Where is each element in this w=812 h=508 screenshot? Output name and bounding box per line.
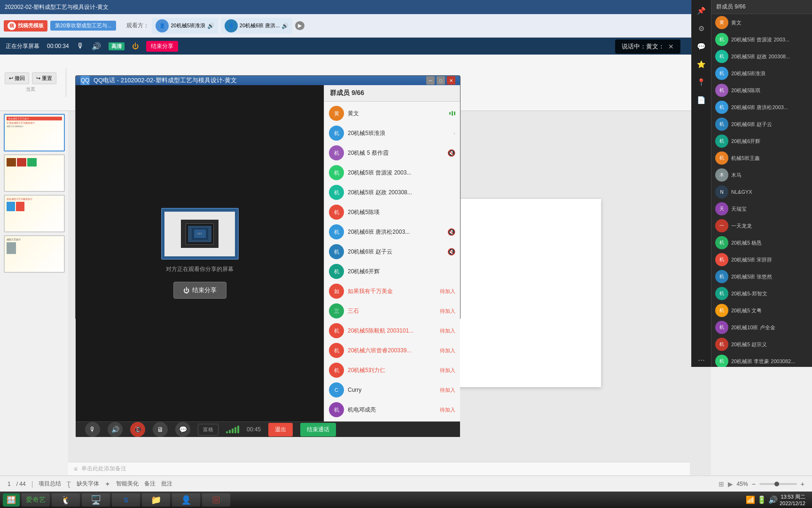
ors-avatar-4: 机 <box>715 67 728 80</box>
sidebar-icon-more[interactable]: ⋯ <box>695 353 709 367</box>
camera-btn[interactable]: 📵 <box>130 422 145 437</box>
sidebar-icon-chat[interactable]: 💬 <box>695 40 709 54</box>
ors-member-21[interactable]: 机 20机械班 李世豪 2003082... <box>711 353 812 367</box>
member-6[interactable]: 机 20机械5陈瑛 <box>324 202 460 222</box>
ors-member-2[interactable]: 机 20机械5班 曾源浚 2003... <box>711 31 812 48</box>
taskbar-sogou[interactable]: S <box>112 493 140 507</box>
ors-member-5[interactable]: 机 20机械5陈琪 <box>711 82 812 99</box>
beautify-btn[interactable]: 智能美化 <box>116 480 139 488</box>
taskbar-explorer[interactable]: 📁 <box>142 493 170 507</box>
ors-member-8[interactable]: 机 20机械6开辉 <box>711 133 812 150</box>
tray-battery-icon: 🔋 <box>757 495 766 504</box>
zoom-out-icon[interactable]: − <box>752 480 756 488</box>
top-toolbar: 稿 找稿壳模板 第20章吹塑成型工艺与... 观看方： 👤 20机械5班淮浪 🔊… <box>0 14 812 38</box>
ors-member-13[interactable]: 一 一天龙龙 <box>711 217 812 234</box>
ors-member-17[interactable]: 机 20机械5-郑智文 <box>711 285 812 302</box>
ors-member-16[interactable]: 机 20机械5班 张悠然 <box>711 268 812 285</box>
member-pending-2[interactable]: 三 三石 待加入 <box>324 301 460 321</box>
taskbar-monitor[interactable]: 🖥️ <box>82 493 110 507</box>
chapter-tab[interactable]: 第20章吹塑成型工艺与... <box>50 21 116 31</box>
speaking-bubble-close[interactable]: ✕ <box>668 43 674 50</box>
sidebar-icon-pin[interactable]: 📌 <box>695 4 709 18</box>
qq-minimize-btn[interactable]: ─ <box>426 76 435 85</box>
zoom-slider[interactable] <box>759 483 797 485</box>
member-4[interactable]: 机 20机械5班 曾源浚 2003... <box>324 163 460 183</box>
member-pending-1[interactable]: 如 如果我有千万美金 待加入 <box>324 281 460 301</box>
redo-btn[interactable]: ↪ 重置 <box>32 72 56 84</box>
member-pending-1-name: 如果我有千万美金 <box>348 287 436 295</box>
ors-member-7[interactable]: 机 20机械6班 赵子云 <box>711 116 812 133</box>
ors-member-12[interactable]: 天 天瑞宝 <box>711 200 812 217</box>
zoom-in-icon[interactable]: + <box>801 480 804 488</box>
viewer-1[interactable]: 👤 20机械5班淮浪 🔊 <box>152 18 218 34</box>
member-4-avatar: 机 <box>329 165 344 180</box>
ors-member-18[interactable]: 机 20机械5 文粤 <box>711 302 812 319</box>
member-pending-4[interactable]: 机 20机械六班曾睿200339... 待加入 <box>324 341 460 360</box>
sidebar-icon-location[interactable]: 📍 <box>695 75 709 89</box>
member-9[interactable]: 机 20机械6开辉 <box>324 262 460 281</box>
ors-member-19[interactable]: 机 20机械10班 卢全金 <box>711 319 812 336</box>
ors-member-1[interactable]: 黄 黄文 <box>711 14 812 31</box>
member-5[interactable]: 机 20机械5班 赵政 200308... <box>324 183 460 202</box>
sidebar-icon-doc[interactable]: 📄 <box>695 93 709 107</box>
zoom-slider-thumb[interactable] <box>774 482 779 486</box>
member-pending-6[interactable]: 机 机电邓成亮 待加入 <box>324 400 460 420</box>
qq-maximize-btn[interactable]: □ <box>437 76 445 85</box>
viewer-2[interactable]: 👤 20机械6班 唐洪... 🔊 <box>221 18 293 34</box>
member-curry[interactable]: C Curry 待加入 <box>324 380 460 400</box>
end-share-button[interactable]: 结束分享 <box>146 41 178 52</box>
ors-member-10[interactable]: 木 木马 <box>711 167 812 183</box>
slide-2[interactable] <box>4 154 65 192</box>
ors-member-14[interactable]: 机 20机械5 杨恳 <box>711 234 812 251</box>
slide-4-img <box>7 242 16 254</box>
ors-member-6[interactable]: 机 20机械6班 唐洪松2003... <box>711 99 812 116</box>
member-7[interactable]: 机 20机械6班 唐洪松2003... 🔇 <box>324 222 460 242</box>
taskbar-iqiyi[interactable]: 爱奇艺 <box>22 493 50 507</box>
screen-share-btn[interactable]: 🖥 <box>153 422 168 437</box>
end-call-btn[interactable]: 结束通话 <box>300 423 336 437</box>
ors-member-15[interactable]: 机 20机械5班 宋辞辞 <box>711 251 812 268</box>
qq-close-btn[interactable]: ✕ <box>447 76 455 85</box>
taskbar-avatar-app[interactable]: 👤 <box>172 493 200 507</box>
member-pending-6-avatar: 机 <box>329 402 344 417</box>
member-3[interactable]: 机 20机械 5 蔡作霞 🔇 <box>324 143 460 163</box>
taskbar-wps[interactable]: 🅆 <box>202 493 230 507</box>
slide-3[interactable]: 优化成型工艺与模具设计 <box>4 195 65 232</box>
undo-btn[interactable]: ↩ 撤回 <box>5 72 29 84</box>
logo-area[interactable]: 稿 找稿壳模板 <box>4 20 47 32</box>
ors-member-20[interactable]: 机 20机械5 赵宗义 <box>711 336 812 353</box>
notes-btn[interactable]: 备注 <box>144 480 156 488</box>
member-huangwen[interactable]: 黄 黄文 <box>324 103 460 123</box>
mic-btn[interactable]: 🎙 <box>85 422 100 437</box>
member-2[interactable]: 机 20机械5班淮浪 · <box>324 123 460 143</box>
ors-member-11[interactable]: N NL&GYX <box>711 183 812 200</box>
slide-1[interactable]: 优化成型工艺与设计 ✦ 优化成型工艺与模具设计 成型工艺与模具设计 <box>4 114 65 151</box>
ors-name-21: 20机械班 李世豪 2003082... <box>731 358 795 365</box>
more-viewers-btn[interactable]: ▶ <box>295 21 304 30</box>
chat-btn[interactable]: 💬 <box>175 422 190 437</box>
ors-member-4[interactable]: 机 20机械5班淮浪 <box>711 65 812 82</box>
exit-btn[interactable]: 退出 <box>268 423 293 437</box>
sidebar-icon-settings[interactable]: ⚙ <box>695 22 709 36</box>
volume-btn[interactable]: 🔊 <box>108 422 123 437</box>
project-summary-btn[interactable]: 项目总结 <box>39 480 61 488</box>
end-share-big-btn[interactable]: ⏻ 结束分享 <box>173 282 226 299</box>
ors-member-9[interactable]: 机 机械5班王鑫 <box>711 150 812 167</box>
ors-avatar-7: 机 <box>715 118 728 131</box>
viewer-2-speaking-icon: 🔊 <box>281 23 289 29</box>
slide-3-title: 优化成型工艺与模具设计 <box>7 198 62 200</box>
taskbar-clock: 13:53 周二 2022/12/12 <box>780 493 809 506</box>
member-pending-5[interactable]: 机 20机械5刘力仁 待加入 <box>324 360 460 380</box>
grid-icon: ⊞ <box>718 480 724 488</box>
review-btn[interactable]: 批注 <box>161 480 172 488</box>
sidebar-icon-star[interactable]: ⭐ <box>695 57 709 71</box>
rich-mode-btn[interactable]: 富格 <box>198 424 219 436</box>
taskbar-qq[interactable]: 🐧 <box>52 493 80 507</box>
member-8[interactable]: 机 20机械6班 赵子云 🔇 <box>324 242 460 262</box>
missing-font-btn[interactable]: 缺失字体 <box>77 480 99 488</box>
slide-4[interactable]: 成型工艺设计 <box>4 235 65 273</box>
ors-member-3[interactable]: 机 20机械5班 赵政 200308... <box>711 48 812 65</box>
taskbar-start-btn[interactable]: 🪟 <box>3 493 20 507</box>
member-pending-3[interactable]: 机 20机械5陈毅航 2003101... 待加入 <box>324 321 460 341</box>
add-note-label[interactable]: 单击此处添加备注 <box>81 465 126 473</box>
